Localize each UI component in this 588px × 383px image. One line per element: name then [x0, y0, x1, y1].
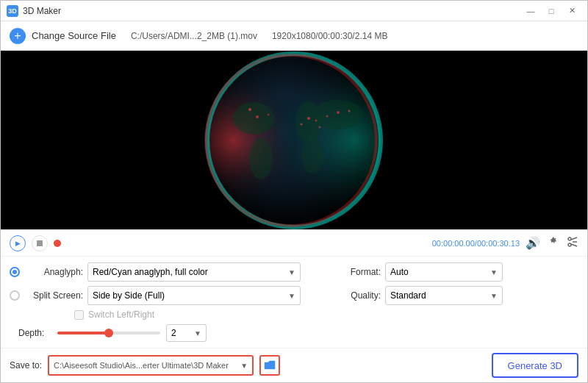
anaglyph-dropdown[interactable]: Red/Cyan anaglyph, full color ▼ [87, 262, 301, 282]
minimize-button[interactable]: — [521, 4, 540, 18]
depth-slider-container [57, 332, 160, 334]
depth-value-dropdown[interactable]: 2 ▼ [166, 324, 207, 342]
svg-point-8 [301, 137, 323, 173]
quality-dropdown[interactable]: Standard ▼ [385, 286, 503, 305]
switch-row: Switch Left/Right [10, 309, 340, 320]
svg-point-13 [348, 110, 351, 112]
main-window: 3D 3D Maker — □ ✕ + Change Source File C… [0, 0, 588, 383]
stop-icon [37, 240, 43, 246]
save-to-label: Save to: [10, 360, 42, 371]
split-screen-label: Split Screen: [24, 290, 83, 301]
format-row: Format: Auto ▼ [340, 262, 578, 282]
chevron-down-icon-3: ▼ [194, 329, 201, 337]
svg-point-7 [249, 138, 273, 179]
controls-area: ▶ 00:00:00.00/00:00:30.13 🔊 [1, 229, 587, 382]
quality-row: Quality: Standard ▼ [340, 286, 578, 305]
svg-point-18 [319, 126, 321, 128]
file-path: C:/Users/ADMI...2_2MB (1).mov [131, 31, 257, 41]
settings-columns: Anaglyph: Red/Cyan anaglyph, full color … [10, 262, 578, 342]
globe-svg [140, 51, 448, 229]
play-button[interactable]: ▶ [10, 235, 26, 251]
svg-point-14 [256, 115, 259, 118]
svg-line-23 [571, 237, 577, 240]
save-path-text: C:\Aiseesoft Studio\Ais...erter Ultimate… [54, 361, 229, 370]
format-dropdown[interactable]: Auto ▼ [385, 262, 503, 282]
change-source-label[interactable]: Change Source File [32, 30, 116, 41]
file-meta: 1920x1080/00:00:30/2.14 MB [272, 31, 387, 41]
svg-point-11 [326, 115, 329, 117]
svg-point-6 [312, 100, 364, 129]
chevron-down-icon-2: ▼ [288, 292, 295, 300]
maximize-button[interactable]: □ [542, 4, 561, 18]
chevron-down-icon-5: ▼ [490, 292, 498, 300]
playback-bar: ▶ 00:00:00.00/00:00:30.13 🔊 [1, 230, 587, 257]
toolbar: + Change Source File C:/Users/ADMI...2_2… [1, 21, 587, 51]
switch-checkbox[interactable] [74, 310, 84, 320]
svg-point-15 [268, 113, 270, 115]
window-controls: — □ ✕ [521, 4, 581, 18]
add-source-icon[interactable]: + [10, 28, 26, 44]
depth-slider-track [57, 332, 160, 334]
svg-point-12 [337, 111, 340, 114]
svg-point-17 [301, 123, 303, 125]
stop-button[interactable] [32, 235, 48, 251]
close-button[interactable]: ✕ [562, 4, 581, 18]
depth-slider-fill [57, 332, 109, 334]
time-display: 00:00:00.00/00:00:30.13 [432, 239, 520, 248]
right-settings-col: Format: Auto ▼ Quality: Standard ▼ [340, 262, 578, 305]
chevron-down-icon-4: ▼ [490, 268, 498, 276]
split-screen-dropdown[interactable]: Side by Side (Full) ▼ [87, 286, 301, 305]
switch-label: Switch Left/Right [88, 309, 154, 320]
save-path-dropdown[interactable]: C:\Aiseesoft Studio\Ais...erter Ultimate… [48, 355, 254, 376]
chevron-down-icon: ▼ [288, 268, 295, 276]
save-row: Save to: C:\Aiseesoft Studio\Ais...erter… [1, 348, 587, 382]
playback-icons: 🔊 [526, 236, 578, 250]
anaglyph-row: Anaglyph: Red/Cyan anaglyph, full color … [10, 262, 340, 282]
settings-area: Anaglyph: Red/Cyan anaglyph, full color … [1, 257, 587, 348]
svg-point-4 [233, 102, 274, 135]
quality-label: Quality: [340, 290, 381, 301]
folder-icon [264, 360, 276, 371]
title-bar: 3D 3D Maker — □ ✕ [1, 1, 587, 21]
svg-point-22 [568, 243, 571, 246]
anaglyph-radio[interactable] [10, 267, 20, 277]
video-preview [1, 51, 587, 229]
chevron-down-icon-6: ▼ [240, 362, 248, 370]
depth-label: Depth: [18, 328, 51, 338]
svg-point-10 [315, 119, 318, 121]
app-icon: 3D [7, 5, 18, 17]
depth-row: Depth: 2 ▼ [10, 324, 340, 342]
settings-icon[interactable] [548, 236, 559, 250]
svg-line-24 [571, 244, 577, 246]
window-title: 3D Maker [23, 6, 521, 16]
split-screen-radio[interactable] [10, 290, 20, 301]
left-settings-col: Anaglyph: Red/Cyan anaglyph, full color … [10, 262, 340, 342]
browse-folder-button[interactable] [259, 355, 280, 376]
generate-3d-button[interactable]: Generate 3D [492, 353, 578, 378]
svg-point-16 [248, 108, 251, 111]
record-indicator [54, 240, 61, 247]
volume-icon[interactable]: 🔊 [526, 236, 540, 250]
cut-icon[interactable] [567, 236, 578, 250]
format-label: Format: [340, 267, 381, 277]
svg-point-21 [568, 237, 571, 240]
anaglyph-label: Anaglyph: [24, 267, 83, 277]
depth-slider-thumb[interactable] [104, 329, 113, 337]
svg-point-9 [307, 117, 310, 120]
split-screen-row: Split Screen: Side by Side (Full) ▼ [10, 286, 340, 305]
globe-visualization [1, 51, 587, 229]
